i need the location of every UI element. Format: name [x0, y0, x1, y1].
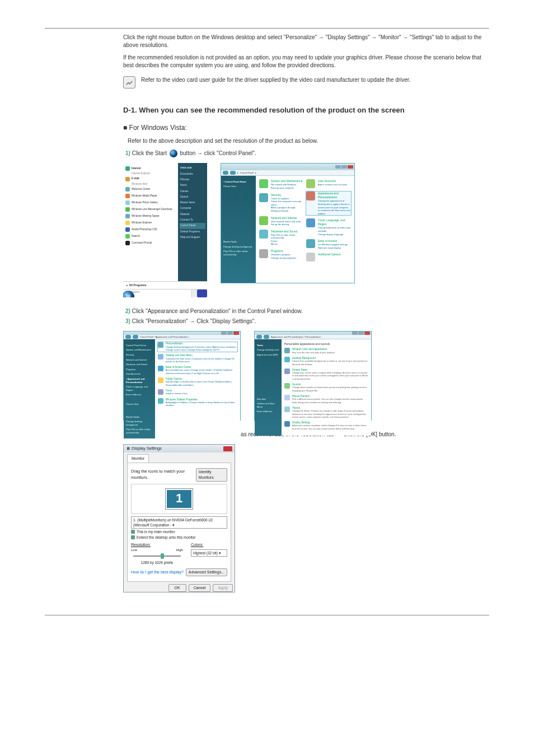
- section-d1-heading: D-1. When you can see the recommended re…: [123, 105, 489, 115]
- ok-button[interactable]: OK: [168, 584, 186, 592]
- cancel-button[interactable]: Cancel: [189, 584, 211, 592]
- monitor-dropdown[interactable]: 1. (MultipleMonitors) on NVIDIA GeForce6…: [131, 516, 227, 529]
- screenshot-appearance-personalization: Control Panel › Appearance and Personali…: [123, 331, 241, 421]
- note-block: Refer to the video card user guide for t…: [123, 76, 489, 88]
- resolution-value: 1280 by 1024 pixels: [131, 560, 183, 565]
- extend-desktop-checkbox[interactable]: Extend the desktop onto this monitor: [131, 535, 227, 540]
- colors-dropdown[interactable]: Highest (32 bit) ▾: [191, 549, 227, 557]
- step-2: 2) Click "Appearance and Personalization…: [125, 307, 489, 315]
- help-link[interactable]: How do I get the best display?: [131, 570, 184, 575]
- drag-instruction: Drag the icons to match your monitors.: [131, 469, 196, 480]
- screenshot-personalization: Appearance and Personalization › Persona…: [254, 331, 372, 421]
- dialog-title: Display Settings: [132, 446, 162, 451]
- tab-monitor[interactable]: Monitor: [127, 454, 149, 463]
- note-icon: [123, 76, 135, 88]
- colors-label: Colors:: [191, 542, 227, 548]
- start-orb-icon: [170, 150, 177, 157]
- advanced-settings-button[interactable]: Advanced Settings...: [186, 568, 227, 576]
- identify-monitors-button[interactable]: Identify Monitors: [196, 468, 227, 482]
- screenshot-display-settings: 🖥 Display Settings Monitor Drag the icon…: [123, 444, 235, 592]
- apply-button[interactable]: Apply: [213, 584, 233, 592]
- note-text: Refer to the video card user guide for t…: [141, 76, 489, 84]
- resolution-label: Resolution:: [131, 542, 183, 548]
- paragraph-personalize-path: Click the right mouse button on the Wind…: [123, 34, 489, 49]
- screenshot-start-menu: Internet Internet Explorer E-mail Window…: [123, 163, 207, 297]
- paragraph-driver-update: If the recommended resolution is not pro…: [123, 54, 489, 69]
- monitor-1-icon[interactable]: 1: [166, 489, 193, 509]
- close-icon[interactable]: [223, 446, 232, 451]
- main-monitor-checkbox[interactable]: This is my main monitor: [131, 529, 227, 534]
- subsection-vista: For Windows Vista:: [129, 124, 187, 132]
- screenshot-control-panel: ▸ Control Panel ▸ • Control Panel Home C…: [221, 163, 355, 283]
- step-1: 1) Click the Start button → click "Contr…: [125, 150, 489, 157]
- monitor-layout-area[interactable]: 1: [131, 484, 227, 514]
- step-3: 3) Click "Personalization" → Click "Disp…: [125, 318, 489, 325]
- resolution-slider[interactable]: [133, 556, 181, 557]
- d1-note: Refer to the above description and set t…: [128, 137, 489, 145]
